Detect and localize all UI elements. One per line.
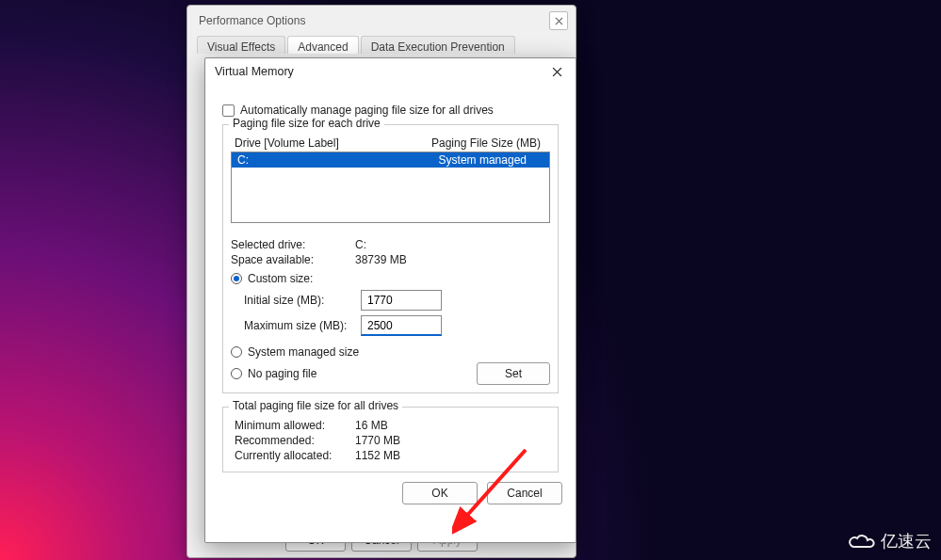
tab-visual-effects[interactable]: Visual Effects [197,36,285,54]
currently-allocated-value: 1152 MB [355,449,400,462]
drive-list[interactable]: C: System managed [231,152,550,223]
recommended-row: Recommended: 1770 MB [231,434,550,447]
space-available-row: Space available: 38739 MB [231,253,550,266]
system-managed-radio[interactable] [231,346,242,358]
header-size: Paging File Size (MB) [404,136,546,150]
watermark-text: 亿速云 [881,530,932,552]
system-managed-option[interactable]: System managed size [231,345,550,359]
custom-size-option[interactable]: Custom size: [231,272,550,285]
maximum-size-input[interactable] [361,315,442,336]
desktop-background: Performance Options Visual Effects Advan… [0,0,941,560]
tab-data-execution-prevention[interactable]: Data Execution Prevention [361,36,515,54]
maximum-size-row: Maximum size (MB): [244,315,550,336]
tab-advanced[interactable]: Advanced [287,36,358,54]
initial-size-input[interactable] [361,290,442,311]
close-icon [555,17,563,25]
drive-list-header: Drive [Volume Label] Paging File Size (M… [231,135,550,152]
set-button[interactable]: Set [477,362,550,385]
no-paging-radio[interactable] [231,368,242,379]
dialog-body: Automatically manage paging file size fo… [205,85,576,472]
cancel-button[interactable]: Cancel [487,482,562,504]
minimum-allowed-label: Minimum allowed: [231,419,355,432]
space-available-label: Space available: [231,253,355,266]
currently-allocated-label: Currently allocated: [231,449,355,462]
parent-tabs: Visual Effects Advanced Data Execution P… [187,36,576,54]
parent-close-button[interactable] [549,11,568,30]
no-paging-label: No paging file [248,367,316,380]
currently-allocated-row: Currently allocated: 1152 MB [231,449,550,462]
initial-size-row: Initial size (MB): [244,290,550,311]
auto-manage-checkbox[interactable] [222,104,235,117]
parent-titlebar: Performance Options [187,6,576,36]
totals-legend: Total paging file size for all drives [229,399,402,412]
watermark: 亿速云 [847,530,932,552]
selected-drive-value: C: [355,238,366,251]
dialog-close-button[interactable] [544,62,570,81]
drives-legend: Paging file size for each drive [229,117,384,130]
totals-groupbox: Total paging file size for all drives Mi… [222,407,559,472]
initial-size-label: Initial size (MB): [244,294,351,307]
custom-size-radio[interactable] [231,273,242,284]
ok-button[interactable]: OK [402,482,478,504]
drive-row[interactable]: C: System managed [232,152,549,168]
auto-manage-label: Automatically manage paging file size fo… [240,104,494,117]
system-managed-label: System managed size [248,345,359,359]
space-available-value: 38739 MB [355,253,407,266]
minimum-allowed-row: Minimum allowed: 16 MB [231,419,550,432]
close-icon [552,67,562,77]
selected-drive-label: Selected drive: [231,238,355,251]
no-paging-option[interactable]: No paging file [231,367,477,380]
recommended-value: 1770 MB [355,434,400,447]
drives-groupbox: Paging file size for each drive Drive [V… [222,124,559,393]
cloud-icon [847,531,875,552]
header-drive: Drive [Volume Label] [235,136,404,150]
dialog-button-row: OK Cancel [205,472,576,516]
minimum-allowed-value: 16 MB [355,419,388,432]
dialog-titlebar: Virtual Memory [205,58,576,85]
drive-name: C: [237,153,407,167]
virtual-memory-dialog: Virtual Memory Automatically manage pagi… [204,57,576,543]
drive-size: System managed [407,153,544,167]
maximum-size-label: Maximum size (MB): [244,319,351,332]
dialog-title: Virtual Memory [215,65,294,78]
auto-manage-row: Automatically manage paging file size fo… [222,104,559,117]
custom-size-label: Custom size: [248,272,313,285]
parent-title: Performance Options [199,14,305,27]
recommended-label: Recommended: [231,434,355,447]
selected-drive-row: Selected drive: C: [231,238,550,251]
